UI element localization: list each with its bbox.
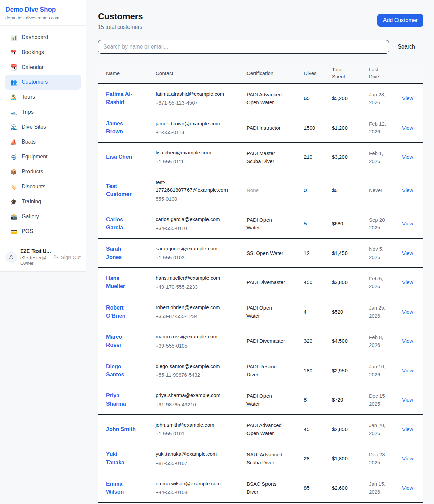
sidebar-item-pos[interactable]: 💳 POS [5, 224, 81, 239]
view-link[interactable]: View [402, 154, 413, 160]
sign-out-button[interactable]: Sign Out [53, 254, 81, 260]
sidebar-item-gallery[interactable]: 📸 Gallery [5, 209, 81, 224]
customers-icon: 👥 [10, 79, 17, 86]
customer-dives: 85 [304, 473, 332, 503]
customer-name-link[interactable]: Diego Santos [106, 362, 137, 379]
equipment-icon: 🤿 [10, 154, 17, 160]
search-input[interactable] [98, 40, 389, 54]
column-header-name: Name [98, 62, 156, 84]
customer-last-dive: Jan 20, 2026 [369, 414, 402, 444]
customer-dives: 320 [304, 326, 332, 356]
customer-certification: PADI Divemaster [246, 326, 304, 356]
customer-name-link[interactable]: Sarah Jones [106, 245, 137, 261]
table-row: Hans Mueller hans.mueller@example.com +4… [98, 268, 423, 297]
table-row: Test Customer test-1772681807767@example… [98, 172, 423, 209]
customer-total-spent: $1,200 [332, 113, 369, 143]
customer-name-link[interactable]: Marco Rossi [106, 333, 137, 349]
customer-name-link[interactable]: Robert O'Brien [106, 304, 137, 320]
column-header-dives: Dives [304, 62, 332, 84]
customer-last-dive: Nov 5, 2025 [369, 238, 402, 268]
sidebar-item-bookings[interactable]: 📅 Bookings [5, 45, 81, 60]
table-row: Lisa Chen lisa.chen@example.com +1-555-0… [98, 143, 423, 172]
customer-total-spent: $2,950 [332, 356, 369, 385]
customer-last-dive: Jan 25, 2026 [369, 297, 402, 326]
customer-name-link[interactable]: Fatima Al-Rashid [106, 90, 137, 107]
customer-name-link[interactable]: Emma Wilson [106, 480, 137, 496]
customer-name-link[interactable]: Hans Mueller [106, 274, 137, 291]
view-link[interactable]: View [402, 485, 413, 491]
customer-email: lisa.chen@example.com [156, 149, 228, 156]
add-customer-button[interactable]: Add Customer [377, 14, 423, 27]
customer-last-dive: Feb 10, 2026 [369, 503, 402, 504]
view-link[interactable]: View [402, 221, 413, 226]
customer-certification: PADI Open Water [246, 385, 304, 415]
customer-certification: PADI Open Water [246, 209, 304, 239]
customer-total-spent: $1,800 [332, 444, 369, 473]
table-row: Sarah Jones sarah.jones@example.com +1-5… [98, 238, 423, 268]
view-link[interactable]: View [402, 95, 413, 101]
view-link[interactable]: View [402, 309, 413, 315]
sidebar-item-discounts[interactable]: 🏷️ Discounts [5, 179, 81, 194]
boats-icon: ⛵ [10, 139, 17, 145]
sidebar-item-products[interactable]: 📦 Products [5, 164, 81, 179]
customer-dives: 45 [304, 414, 332, 444]
customer-name-link[interactable]: Priya Sharma [106, 392, 137, 408]
customer-dives: 8 [304, 385, 332, 415]
customer-dives: 0 [304, 172, 332, 209]
sidebar-item-dashboard[interactable]: 📊 Dashboard [5, 30, 81, 45]
customer-total-spent: $2,600 [332, 473, 369, 503]
sidebar-item-boats[interactable]: ⛵ Boats [5, 134, 81, 149]
page-subtitle: 15 total customers [98, 24, 143, 30]
customer-certification: None [246, 172, 304, 209]
customer-phone: +91-98765-43210 [156, 400, 228, 408]
table-row: Diego Santos diego.santos@example.com +5… [98, 356, 423, 385]
sidebar-header: Demo Dive Shop demo.test.divestreams.com [0, 0, 86, 26]
customer-total-spent: $680 [332, 209, 369, 239]
sidebar-user-footer: E2E Test U... e2e-tester@... Owner Sign … [0, 243, 86, 271]
view-link[interactable]: View [402, 368, 413, 373]
customer-email: diego.santos@example.com [156, 362, 228, 370]
page-title-block: Customers 15 total customers [98, 11, 143, 30]
view-link[interactable]: View [402, 125, 413, 131]
customer-email: sarah.jones@example.com [156, 245, 228, 253]
customer-email: james.brown@example.com [156, 119, 228, 127]
customer-total-spent: $520 [332, 297, 369, 326]
search-button[interactable]: Search [389, 44, 423, 50]
customer-total-spent: $2,850 [332, 414, 369, 444]
customer-certification: PADI Advanced Open Water [246, 84, 304, 113]
customer-phone: +49-170-555-2233 [156, 283, 228, 291]
sidebar-item-customers[interactable]: 👥 Customers [5, 75, 81, 90]
customer-name-link[interactable]: Carlos Garcia [106, 216, 137, 232]
training-icon: 🎓 [10, 199, 17, 205]
customer-name-link[interactable]: James Brown [106, 119, 137, 136]
customer-name-link[interactable]: John Smith [106, 425, 136, 433]
customers-table-card: Name Contact Certification Dives Total S… [98, 62, 423, 504]
sidebar-item-trips[interactable]: 🛥️ Trips [5, 105, 81, 119]
sidebar-item-training[interactable]: 🎓 Training [5, 194, 81, 209]
main-content: Customers 15 total customers Add Custome… [86, 0, 434, 504]
customer-certification: PADI Instructor [246, 113, 304, 143]
view-link[interactable]: View [402, 279, 413, 285]
customer-dives: 210 [304, 143, 332, 172]
customer-last-dive: Jan 10, 2026 [369, 356, 402, 385]
view-link[interactable]: View [402, 397, 413, 403]
customer-name-link[interactable]: Yuki Tanaka [106, 450, 137, 467]
customer-name-link[interactable]: Lisa Chen [106, 153, 132, 161]
customer-phone: +55-11-99876-5432 [156, 371, 228, 379]
customer-certification: PADI Open Water [246, 297, 304, 326]
view-link[interactable]: View [402, 455, 413, 461]
discounts-icon: 🏷️ [10, 184, 17, 190]
sidebar-item-calendar[interactable]: 📆 Calendar [5, 60, 81, 75]
view-link[interactable]: View [402, 338, 413, 344]
view-link[interactable]: View [402, 250, 413, 256]
customer-certification: SSI Open Water [246, 238, 304, 268]
view-link[interactable]: View [402, 426, 413, 432]
view-link[interactable]: View [402, 187, 413, 193]
customer-total-spent: $5,200 [332, 84, 369, 113]
sidebar-item-equipment[interactable]: 🤿 Equipment [5, 149, 81, 164]
customer-dives: 65 [304, 84, 332, 113]
table-row: Emma Wilson emma.wilson@example.com +44-… [98, 473, 423, 503]
sidebar-item-tours[interactable]: 🏝️ Tours [5, 90, 81, 105]
customer-name-link[interactable]: Test Customer [106, 182, 137, 199]
sidebar-item-dive-sites[interactable]: 🌊 Dive Sites [5, 119, 81, 134]
